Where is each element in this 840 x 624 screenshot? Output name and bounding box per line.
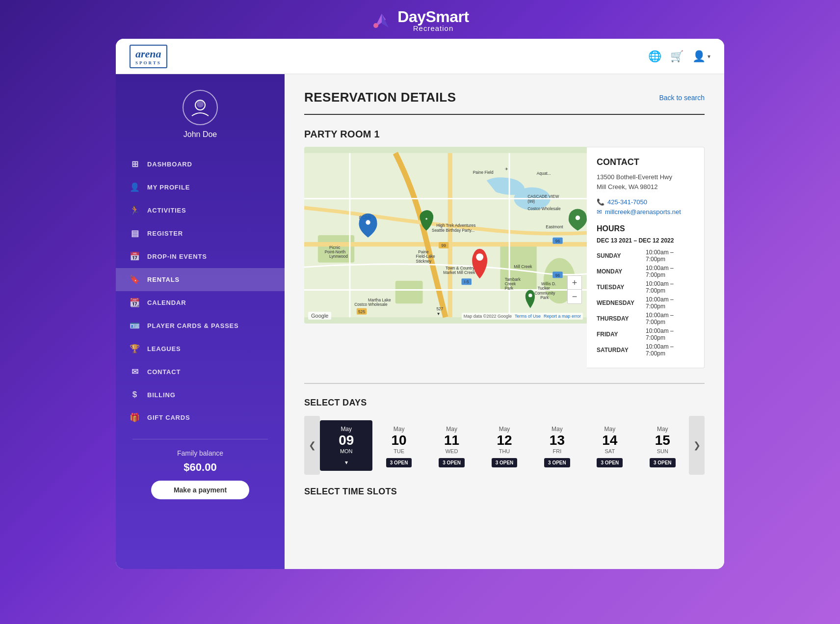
hours-day-friday: FRIDAY — [597, 326, 646, 342]
calendar-day-6[interactable]: May 15 SUN 3 OPEN — [636, 420, 689, 471]
header-icons: 🌐 🛒 👤 ▾ — [648, 50, 710, 63]
hours-row-saturday: SATURDAY 10:00am – 7:00pm — [597, 342, 694, 358]
cal-name-3: THU — [499, 448, 510, 454]
svg-text:Stickney: Stickney — [416, 259, 432, 264]
sidebar-item-leagues[interactable]: 🏆 LEAGUES — [116, 337, 285, 360]
contact-icon: ✉ — [130, 367, 140, 377]
logo-text: DaySmart Recreation — [397, 9, 469, 32]
sidebar-item-register[interactable]: ▤ REGISTER — [116, 222, 285, 245]
calendar-day-2[interactable]: May 11 WED 3 OPEN — [425, 420, 478, 471]
sidebar-item-calendar[interactable]: 📆 CALENDAR — [116, 291, 285, 314]
gift-cards-icon: 🎁 — [130, 412, 140, 423]
svg-text:Park: Park — [540, 295, 549, 300]
cal-num-0: 09 — [339, 434, 354, 447]
cal-name-0: MON — [340, 448, 353, 454]
dashboard-icon: ⊞ — [130, 159, 140, 169]
user-name: John Doe — [184, 130, 217, 139]
hours-table: SUNDAY 10:00am – 7:00pm MONDAY 10:00am –… — [597, 248, 694, 358]
arena-logo: arena SPORTS — [130, 45, 167, 68]
cal-num-2: 11 — [444, 434, 459, 447]
sidebar-item-gift-cards[interactable]: 🎁 GIFT CARDS — [116, 406, 285, 429]
sidebar-item-contact[interactable]: ✉ CONTACT — [116, 360, 285, 383]
svg-text:Market Mill Creek: Market Mill Creek — [443, 270, 475, 275]
sidebar-label-rentals: RENTALS — [147, 276, 180, 283]
player-cards-icon: 🪪 — [130, 321, 140, 331]
terms-of-use-link[interactable]: Terms of Use — [515, 314, 541, 319]
activities-icon: 🏃 — [130, 205, 140, 216]
section-divider — [304, 383, 705, 384]
map-credits: Map data ©2022 Google Terms of Use Repor… — [462, 313, 583, 320]
map-zoom-in[interactable]: + — [568, 276, 581, 290]
family-balance-label: Family balance — [177, 449, 223, 457]
hours-day-saturday: SATURDAY — [597, 342, 646, 358]
sidebar-label-gift-cards: GIFT CARDS — [147, 414, 190, 421]
nav-menu: ⊞ DASHBOARD 👤 MY PROFILE 🏃 ACTIVITIES ▤ … — [116, 153, 285, 429]
venue-title: PARTY ROOM 1 — [304, 129, 705, 140]
report-map-error-link[interactable]: Report a map error — [544, 314, 581, 319]
sidebar-item-my-profile[interactable]: 👤 MY PROFILE — [116, 176, 285, 199]
back-to-search-link[interactable]: Back to search — [659, 94, 705, 102]
cal-month-6: May — [657, 426, 668, 433]
cal-num-1: 10 — [392, 434, 407, 447]
hours-time-sunday: 10:00am – 7:00pm — [646, 248, 694, 264]
sidebar-label-billing: BILLING — [147, 391, 176, 399]
user-menu-button[interactable]: 👤 ▾ — [692, 50, 710, 63]
svg-text:96: 96 — [555, 273, 560, 278]
sidebar-item-rentals[interactable]: 🔖 RENTALS — [116, 268, 285, 291]
cart-icon: 🛒 — [670, 50, 683, 63]
google-attribution: Google — [308, 312, 331, 320]
header-divider — [304, 114, 705, 115]
page-title: RESERVATION DETAILS — [304, 90, 456, 105]
sidebar-item-billing[interactable]: $ BILLING — [116, 383, 285, 406]
globe-button[interactable]: 🌐 — [648, 50, 661, 63]
hours-date-range: DEC 13 2021 – DEC 12 2022 — [597, 237, 694, 244]
sidebar-item-activities[interactable]: 🏃 ACTIVITIES — [116, 199, 285, 222]
hours-time-thursday: 10:00am – 7:00pm — [646, 311, 694, 326]
billing-icon: $ — [130, 390, 140, 400]
map-zoom-controls: + − — [567, 275, 582, 304]
sidebar-label-dashboard: DASHBOARD — [147, 161, 192, 168]
address-line2: Mill Creek, WA 98012 — [597, 182, 694, 192]
cal-badge-6: 3 OPEN — [650, 458, 676, 467]
svg-text:Eastmont: Eastmont — [546, 224, 563, 229]
cart-button[interactable]: 🛒 — [670, 50, 683, 63]
calendar-day-0[interactable]: May 09 MON ▾ — [320, 420, 372, 471]
contact-phone-link[interactable]: 📞 425-341-7050 — [597, 198, 694, 206]
contact-email-link[interactable]: ✉ millcreek@arenasports.net — [597, 208, 694, 216]
sidebar-label-leagues: LEAGUES — [147, 345, 181, 353]
hours-row-friday: FRIDAY 10:00am – 7:00pm — [597, 326, 694, 342]
daysmart-logo-icon — [371, 10, 393, 31]
phone-icon: 📞 — [597, 198, 604, 206]
cal-num-5: 14 — [602, 434, 617, 447]
svg-point-4 — [197, 101, 204, 108]
map-zoom-out[interactable]: − — [568, 290, 581, 303]
hours-time-friday: 10:00am – 7:00pm — [646, 326, 694, 342]
contact-address: 13500 Bothell-Everett Hwy Mill Creek, WA… — [597, 172, 694, 191]
calendar-day-4[interactable]: May 13 FRI 3 OPEN — [531, 420, 583, 471]
cal-name-5: SAT — [605, 448, 615, 454]
svg-point-2 — [373, 23, 378, 28]
calendar-prev-button[interactable]: ❮ — [304, 416, 320, 475]
user-chevron-icon: ▾ — [708, 53, 710, 60]
sidebar-item-player-cards[interactable]: 🪪 PLAYER CARDS & PASSES — [116, 314, 285, 337]
sidebar-item-dashboard[interactable]: ⊞ DASHBOARD — [116, 153, 285, 176]
hours-row-thursday: THURSDAY 10:00am – 7:00pm — [597, 311, 694, 326]
profile-icon: 👤 — [130, 182, 140, 192]
select-days-title: SELECT DAYS — [304, 398, 705, 408]
sidebar: John Doe ⊞ DASHBOARD 👤 MY PROFILE 🏃 ACTI… — [116, 74, 285, 569]
calendar-day-5[interactable]: May 14 SAT 3 OPEN — [583, 420, 636, 471]
svg-marker-1 — [382, 14, 389, 27]
contact-panel-title: CONTACT — [597, 157, 694, 167]
svg-text:▼: ▼ — [436, 311, 440, 316]
calendar-day-1[interactable]: May 10 TUE 3 OPEN — [372, 420, 425, 471]
cal-month-3: May — [499, 426, 510, 433]
sidebar-label-calendar: CALENDAR — [147, 299, 186, 306]
make-payment-button[interactable]: Make a payment — [151, 481, 249, 499]
sidebar-item-drop-in-events[interactable]: 📅 DROP-IN EVENTS — [116, 245, 285, 268]
calendar-next-button[interactable]: ❯ — [689, 416, 705, 475]
avatar — [183, 90, 218, 125]
family-balance-amount: $60.00 — [184, 461, 216, 474]
cal-num-3: 12 — [497, 434, 512, 447]
svg-text:Costco Wholesale: Costco Wholesale — [527, 206, 561, 211]
calendar-day-3[interactable]: May 12 THU 3 OPEN — [478, 420, 530, 471]
